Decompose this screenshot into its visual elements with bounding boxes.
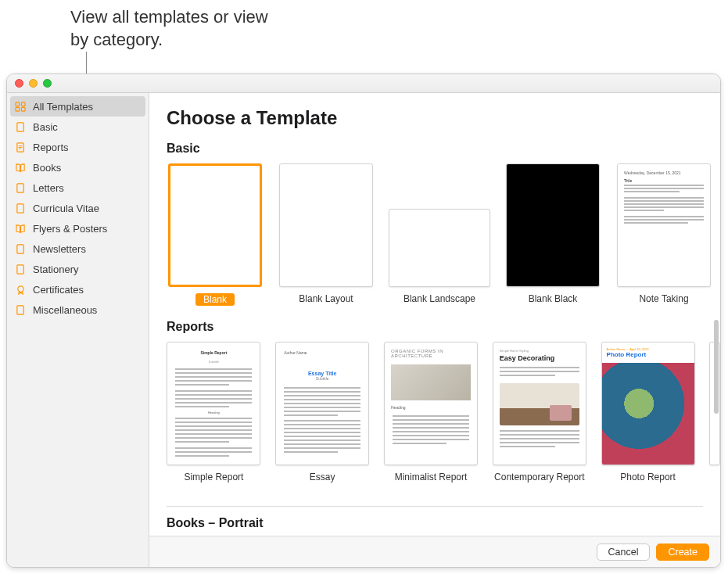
zoom-icon[interactable] — [43, 79, 52, 88]
document-icon — [15, 244, 27, 254]
template-label: Minimalist Report — [395, 472, 468, 493]
template-blank-layout[interactable]: Blank Layout — [278, 163, 375, 315]
template-thumbnail: ORGANIC FORMS IN ARCHITECTURE Heading — [384, 342, 478, 465]
section-title-reports: Reports — [167, 320, 720, 334]
sidebar-item-cv[interactable]: Curricula Vitae — [7, 198, 149, 218]
svg-rect-4 — [17, 122, 23, 131]
sidebar-item-label: Basic — [33, 121, 58, 133]
template-label: Contemporary Report — [494, 472, 584, 493]
sidebar-item-books[interactable]: Books — [7, 157, 149, 178]
svg-rect-1 — [21, 102, 25, 106]
template-chooser-window: All Templates Basic Reports Books Letter… — [6, 74, 721, 568]
mock-text: Simple Report — [195, 350, 233, 355]
document-icon — [15, 305, 27, 315]
mock-text: Photo Report — [607, 351, 690, 358]
svg-rect-0 — [16, 102, 20, 106]
certificate-icon — [15, 285, 27, 295]
svg-rect-7 — [17, 203, 23, 212]
mock-text: Easy Decorating — [500, 354, 579, 362]
svg-rect-9 — [17, 264, 23, 273]
template-thumbnail: Author Name — April 10, 2022 Photo Repor… — [601, 342, 695, 465]
template-thumbnail: Wednesday, December 15, 2021 Title — [617, 163, 711, 287]
mock-text: Heading — [385, 405, 477, 413]
template-note-taking[interactable]: Wednesday, December 15, 2021 Title Note … — [615, 163, 712, 315]
svg-rect-11 — [17, 305, 23, 314]
cancel-button[interactable]: Cancel — [597, 544, 651, 561]
document-icon — [15, 142, 27, 152]
sidebar-item-stationery[interactable]: Stationery — [7, 259, 149, 279]
template-scroll-area[interactable]: Choose a Template Basic Blank Blank Layo… — [149, 93, 720, 536]
sidebar-item-label: Newsletters — [33, 243, 86, 255]
sidebar-item-newsletters[interactable]: Newsletters — [7, 239, 149, 259]
template-photo-report[interactable]: Author Name — April 10, 2022 Photo Repor… — [601, 342, 695, 493]
grid-icon — [15, 102, 27, 112]
sidebar-item-label: Letters — [33, 182, 64, 194]
create-button[interactable]: Create — [656, 544, 709, 561]
template-thumbnail: Simple Report Subtitle Heading — [167, 342, 260, 465]
template-blank-black[interactable]: Blank Black — [504, 163, 601, 315]
sidebar-item-letters[interactable]: Letters — [7, 178, 149, 198]
svg-rect-3 — [21, 107, 25, 111]
dialog-footer: Cancel Create — [149, 536, 720, 567]
sidebar-item-reports[interactable]: Reports — [7, 137, 149, 157]
sidebar-item-label: Reports — [33, 142, 69, 153]
template-simple-report[interactable]: Simple Report Subtitle Heading Simple Re… — [167, 342, 261, 493]
template-label: Note Taking — [639, 293, 688, 315]
template-essay[interactable]: Author Name Essay Title Subtitle Essay — [275, 342, 370, 493]
template-minimalist-report[interactable]: ORGANIC FORMS IN ARCHITECTURE Heading Mi… — [384, 342, 479, 493]
sidebar-item-label: Certificates — [33, 284, 84, 296]
minimize-icon[interactable] — [29, 79, 38, 88]
document-icon — [15, 203, 27, 213]
template-label: Blank — [195, 293, 235, 306]
template-thumbnail: Author Name Essay Title Subtitle — [275, 342, 369, 465]
sidebar-item-label: Flyers & Posters — [33, 223, 107, 235]
template-thumbnail — [279, 163, 373, 287]
template-thumbnail — [168, 163, 262, 287]
main-content: Choose a Template Basic Blank Blank Layo… — [149, 93, 720, 567]
window-titlebar — [7, 74, 720, 93]
sidebar-item-certificates[interactable]: Certificates — [7, 279, 149, 300]
sidebar-item-label: All Templates — [33, 101, 93, 113]
sidebar-item-misc[interactable]: Miscellaneous — [7, 300, 149, 320]
template-label: Blank Landscape — [403, 293, 475, 315]
document-icon — [15, 183, 27, 193]
svg-rect-2 — [16, 107, 20, 111]
svg-rect-6 — [17, 183, 23, 192]
document-icon — [15, 122, 27, 132]
template-blank[interactable]: Blank — [167, 163, 264, 315]
section-title-books: Books – Portrait — [167, 506, 703, 530]
sidebar-item-label: Curricula Vitae — [33, 203, 99, 214]
mock-text: Simple Home Styling — [500, 349, 579, 353]
callout-annotation: View all templates or view by category. — [70, 6, 274, 51]
book-icon — [15, 224, 27, 234]
template-label: Simple Report — [184, 472, 243, 493]
template-thumbnail — [506, 163, 600, 287]
template-row-basic: Blank Blank Layout Blank Landscape Blank… — [167, 163, 720, 315]
template-label: Photo Report — [620, 472, 676, 493]
vertical-scrollbar[interactable] — [714, 320, 719, 414]
template-label: Blank Layout — [299, 293, 353, 315]
sidebar-item-label: Miscellaneous — [33, 304, 97, 316]
template-label: Blank Black — [529, 293, 578, 315]
template-label: Essay — [310, 472, 335, 493]
section-title-basic: Basic — [167, 142, 720, 156]
template-blank-landscape[interactable]: Blank Landscape — [389, 163, 490, 315]
sidebar-item-basic[interactable]: Basic — [7, 117, 149, 137]
mock-text: ORGANIC FORMS IN ARCHITECTURE — [385, 343, 477, 364]
sidebar-item-label: Stationery — [33, 264, 79, 275]
sidebar-item-all-templates[interactable]: All Templates — [10, 96, 145, 117]
template-contemporary-report[interactable]: Simple Home Styling Easy Decorating Cont… — [492, 342, 586, 493]
sidebar-item-flyers[interactable]: Flyers & Posters — [7, 218, 149, 239]
template-thumbnail — [389, 209, 490, 287]
document-icon — [15, 264, 27, 274]
mock-text: Title — [624, 178, 704, 183]
mock-text: Subtitle — [284, 376, 360, 381]
book-icon — [15, 163, 27, 173]
sidebar-item-label: Books — [33, 162, 61, 174]
template-thumbnail: Simple Home Styling Easy Decorating — [493, 342, 586, 465]
close-icon[interactable] — [15, 79, 23, 88]
page-title: Choose a Template — [167, 107, 720, 129]
svg-point-10 — [18, 285, 23, 291]
svg-rect-8 — [17, 244, 23, 253]
template-row-reports: Simple Report Subtitle Heading Simple Re… — [167, 342, 720, 493]
